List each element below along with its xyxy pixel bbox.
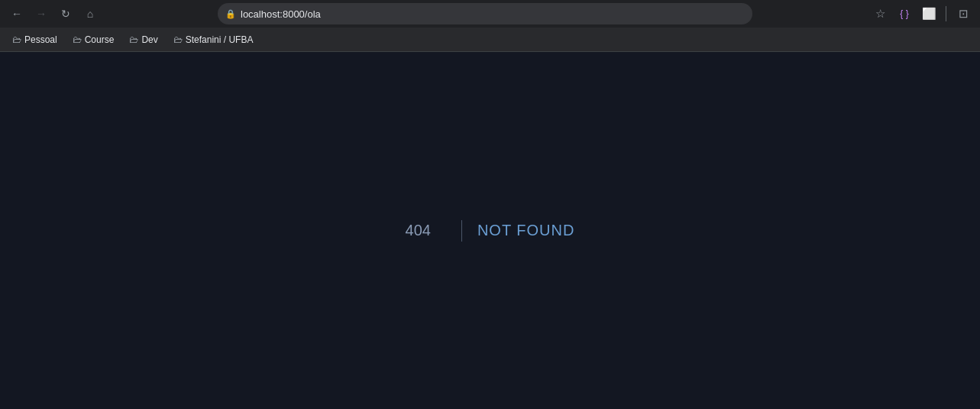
back-button[interactable]: ← <box>6 3 27 24</box>
home-icon: ⌂ <box>87 8 93 20</box>
toolbar-divider <box>946 6 946 21</box>
folder-icon-pessoal: 🗁 <box>12 34 21 45</box>
folder-icon-stefanini: 🗁 <box>173 34 183 45</box>
puzzle-icon: ⬜ <box>922 7 936 21</box>
bookmark-label-stefanini: Stefanini / UFBA <box>186 34 254 45</box>
url-text: localhost:8000/ola <box>241 8 321 20</box>
address-bar[interactable]: 🔒 localhost:8000/ola <box>218 3 752 24</box>
folder-icon-course: 🗁 <box>73 34 82 45</box>
bookmark-label-course: Course <box>85 34 115 45</box>
toolbar-right: ☆ { } ⬜ ⊡ <box>869 3 974 24</box>
forward-button[interactable]: → <box>31 3 52 24</box>
error-code: 404 <box>406 222 446 239</box>
extensions-button[interactable]: { } <box>894 3 915 24</box>
reload-icon: ↻ <box>61 8 70 20</box>
bookmark-label-pessoal: Pessoal <box>24 34 57 45</box>
menu-button[interactable]: ⊡ <box>953 3 974 24</box>
forward-icon: → <box>36 8 47 20</box>
page-content: 404 NOT FOUND <box>0 52 980 409</box>
back-icon: ← <box>11 8 22 20</box>
bookmark-pessoal[interactable]: 🗁 Pessoal <box>6 32 63 47</box>
folder-icon-dev: 🗁 <box>129 34 138 45</box>
error-container: 404 NOT FOUND <box>406 220 575 242</box>
star-icon: ☆ <box>875 7 885 21</box>
bookmark-button[interactable]: ☆ <box>869 3 891 24</box>
bookmarks-bar: 🗁 Pessoal 🗁 Course 🗁 Dev 🗁 Stefanini / U… <box>0 28 980 52</box>
menu-icon: ⊡ <box>959 7 969 21</box>
error-divider <box>461 220 462 242</box>
reload-button[interactable]: ↻ <box>55 3 76 24</box>
bookmark-label-dev: Dev <box>141 34 157 45</box>
browser-window: ← → ↻ ⌂ 🔒 localhost:8000/ola ☆ { } ⬜ <box>0 0 980 409</box>
address-bar-container: 🔒 localhost:8000/ola <box>110 3 860 24</box>
bookmark-stefanini[interactable]: 🗁 Stefanini / UFBA <box>167 32 260 47</box>
security-icon: 🔒 <box>225 9 236 19</box>
home-button[interactable]: ⌂ <box>79 3 101 24</box>
title-bar: ← → ↻ ⌂ 🔒 localhost:8000/ola ☆ { } ⬜ <box>0 0 980 28</box>
bookmark-course[interactable]: 🗁 Course <box>66 32 121 47</box>
bookmark-dev[interactable]: 🗁 Dev <box>123 32 163 47</box>
puzzle-button[interactable]: ⬜ <box>918 3 940 24</box>
extensions-icon: { } <box>900 8 908 19</box>
error-message: NOT FOUND <box>477 222 575 239</box>
